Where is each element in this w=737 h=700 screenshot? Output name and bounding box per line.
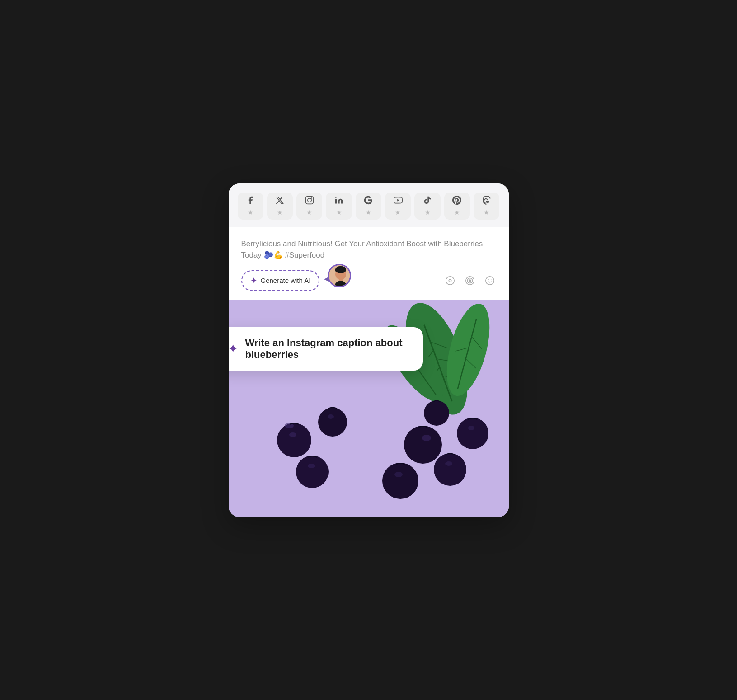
svg-point-14: [485, 276, 493, 284]
social-bar: ★ ★ ★ ★: [229, 183, 509, 227]
google-icon: [364, 196, 373, 206]
svg-point-1: [308, 198, 311, 202]
svg-point-36: [404, 426, 442, 464]
svg-point-44: [328, 414, 334, 419]
threads-icon: [482, 196, 491, 206]
svg-point-40: [424, 400, 449, 426]
svg-rect-0: [305, 197, 313, 204]
star-icon-google: ★: [366, 209, 371, 216]
social-btn-twitter[interactable]: ★: [267, 193, 293, 220]
location-icon[interactable]: [444, 274, 456, 287]
social-btn-google[interactable]: ★: [356, 193, 381, 220]
youtube-icon: [394, 196, 403, 206]
avatar-person-svg: [329, 265, 351, 287]
svg-point-16: [490, 279, 491, 280]
generate-btn-container: ✦ Generate with AI: [241, 270, 320, 291]
star-icon-linkedin: ★: [336, 209, 342, 216]
linkedin-icon: [334, 196, 343, 206]
svg-point-37: [434, 453, 466, 486]
caption-text: Berrylicious and Nutritious! Get Your An…: [241, 238, 496, 261]
svg-point-9: [446, 276, 454, 284]
svg-point-32: [277, 423, 311, 457]
instagram-icon: [305, 196, 314, 206]
main-card: ★ ★ ★ ★: [229, 183, 509, 517]
avatar: [328, 264, 351, 287]
social-btn-instagram[interactable]: ★: [296, 193, 322, 220]
social-btn-tiktok[interactable]: ★: [414, 193, 440, 220]
star-icon-facebook: ★: [248, 209, 253, 216]
star-icon-twitter: ★: [277, 209, 283, 216]
svg-point-3: [335, 197, 337, 198]
facebook-icon: [246, 196, 255, 206]
social-btn-facebook[interactable]: ★: [238, 193, 263, 220]
star-icon-tiktok: ★: [425, 209, 431, 216]
svg-point-10: [449, 279, 451, 282]
svg-point-47: [468, 426, 474, 430]
sparkle-icon: ✦: [250, 276, 257, 286]
star-icon-threads: ★: [484, 209, 489, 216]
emoji-icon[interactable]: [484, 274, 496, 287]
bottom-bar: ✦ Generate with AI: [241, 270, 496, 293]
target-icon[interactable]: [464, 274, 476, 287]
svg-point-13: [469, 280, 471, 282]
social-btn-linkedin[interactable]: ★: [326, 193, 352, 220]
svg-point-15: [488, 279, 489, 280]
svg-point-35: [296, 456, 329, 488]
star-icon-youtube: ★: [395, 209, 401, 216]
social-btn-threads[interactable]: ★: [474, 193, 499, 220]
prompt-sparkle-icon: ✦: [229, 341, 238, 356]
svg-point-41: [422, 435, 431, 441]
prompt-text: Write an Instagram caption about blueber…: [245, 337, 410, 361]
svg-point-34: [318, 408, 347, 437]
star-icon-pinterest: ★: [454, 209, 460, 216]
generate-with-ai-button[interactable]: ✦ Generate with AI: [241, 270, 320, 291]
content-area: Berrylicious and Nutritious! Get Your An…: [229, 227, 509, 300]
svg-point-38: [382, 463, 418, 499]
tiktok-icon: [423, 196, 432, 206]
svg-point-45: [308, 464, 315, 468]
card-wrapper: ★ ★ ★ ★: [229, 183, 509, 517]
twitter-icon: [275, 196, 284, 206]
svg-point-42: [394, 472, 403, 477]
svg-marker-4: [397, 199, 399, 201]
star-icon-instagram: ★: [306, 209, 312, 216]
svg-point-43: [289, 432, 296, 437]
svg-point-2: [311, 197, 312, 199]
social-btn-pinterest[interactable]: ★: [444, 193, 470, 220]
image-section: ✦ Write an Instagram caption about blueb…: [229, 300, 509, 517]
pinterest-icon: [452, 196, 461, 206]
action-icons: [444, 274, 496, 287]
social-btn-youtube[interactable]: ★: [385, 193, 411, 220]
svg-point-46: [445, 461, 452, 466]
generate-btn-label: Generate with AI: [261, 277, 311, 284]
ai-prompt-card: ✦ Write an Instagram caption about blueb…: [229, 327, 423, 371]
svg-point-39: [457, 418, 488, 449]
svg-rect-8: [339, 278, 343, 281]
